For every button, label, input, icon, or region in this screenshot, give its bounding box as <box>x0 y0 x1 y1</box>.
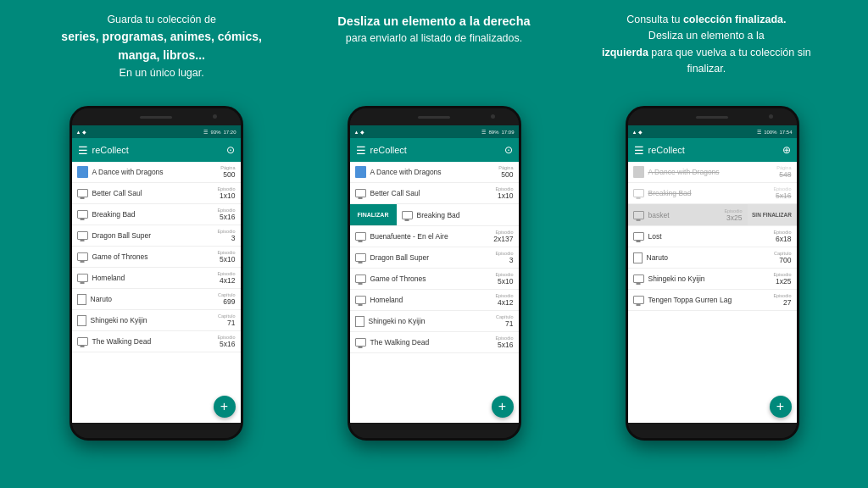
phone3-content: A Dance with Dragons Página548 Breaking … <box>628 162 797 423</box>
item-progress: Episodio4x12 <box>495 293 513 307</box>
phone2-status-right: ☰89%17:09 <box>481 129 514 135</box>
swipe-item-name: basket <box>648 211 725 219</box>
phone2-content: A Dance with Dragons Página500 Better Ca… <box>350 162 519 423</box>
phone2-header-left: ☰ reCollect <box>356 144 407 157</box>
tv-icon <box>633 296 644 304</box>
tv-icon <box>633 274 644 283</box>
item-name: Buenafuente - En el Aire <box>370 232 494 241</box>
tv-icon <box>77 274 88 282</box>
item-name: Shingeki no Kyijin <box>648 274 774 283</box>
panel1-text-line1: Guarda tu colección de <box>107 14 216 25</box>
item-progress: Episodio 5x10 <box>217 250 235 263</box>
tv-icon <box>402 211 413 219</box>
phone2-speaker <box>418 116 450 119</box>
phone1-app-title: reCollect <box>92 145 129 155</box>
phone3-item-5: Shingeki no Kyijin Episodio1x25 <box>628 269 797 290</box>
phone1-item-6: Naruto Capítulo 699 <box>72 289 241 310</box>
item-name: Tengen Toppa Gurren Lag <box>648 296 774 304</box>
item-progress: Episodio5x10 <box>495 272 513 286</box>
phone1-fab[interactable]: + <box>214 396 236 418</box>
item-name: Game of Thrones <box>92 252 218 261</box>
item-progress: Episodio5x16 <box>495 336 513 349</box>
item-progress: Episodio3 <box>495 251 513 264</box>
item-progress: Episodio1x25 <box>773 272 791 286</box>
item-progress: Episodio 5x16 <box>217 208 235 221</box>
item-progress: Episodio 5x16 <box>217 335 235 348</box>
phone2-item-3: Buenafuente - En el Aire Episodio2x137 <box>350 226 519 247</box>
panel2-text-line2: para enviarlo al listado de finalizados. <box>346 32 522 44</box>
item-name: Breaking Bad <box>648 189 774 197</box>
swipe-action-finalizar[interactable]: FINALIZAR <box>350 204 397 225</box>
tv-icon <box>633 232 644 241</box>
phone3-toggle-icon[interactable]: ⊕ <box>782 144 791 156</box>
item-name: The Walking Dead <box>92 337 218 346</box>
book-icon <box>633 166 644 178</box>
item-progress: Página 500 <box>220 165 235 179</box>
phone3-hamburger-icon[interactable]: ☰ <box>634 144 644 157</box>
phone2-item-0: A Dance with Dragons Página500 <box>350 162 519 183</box>
phone2-status-bar: ▲◆ ☰89%17:09 <box>350 125 519 138</box>
phone1-wrapper: ▲◆ ☰93%17:20 ☰ reCollect ⊙ <box>20 106 292 441</box>
comic-icon <box>633 252 643 263</box>
swipe-action-sin-finalizar[interactable]: SIN FINALIZAR <box>748 204 797 225</box>
phone2-hamburger-icon[interactable]: ☰ <box>356 144 366 157</box>
phone1-item-2: Breaking Bad Episodio 5x16 <box>72 204 241 225</box>
item-progress: Episodio 4x12 <box>217 271 235 285</box>
item-name: Better Call Saul <box>370 189 496 197</box>
phone2-item-7: Shingeki no Kyijin Capítulo71 <box>350 311 519 332</box>
phone3-speaker <box>696 116 728 119</box>
phone2-app-title: reCollect <box>370 145 407 155</box>
swipe-item-tv-icon: Breaking Bad <box>397 204 519 225</box>
phone2-item-8: The Walking Dead Episodio5x16 <box>350 332 519 353</box>
panel3-text-highlight2: izquierda <box>602 47 648 58</box>
phone3-top-bar <box>628 108 797 125</box>
phone1-bottom <box>72 423 241 438</box>
phone2-app-header: ☰ reCollect ⊙ <box>350 138 519 162</box>
phone3-item-0: A Dance with Dragons Página548 <box>628 162 797 183</box>
panel2-text-highlight: Desliza un elemento a la derecha <box>337 14 530 28</box>
comic-icon <box>77 315 86 326</box>
phone1-hamburger-icon[interactable]: ☰ <box>78 144 88 157</box>
tv-icon <box>355 253 366 262</box>
item-progress: Capítulo 71 <box>218 313 236 327</box>
item-name: Breaking Bad <box>92 210 218 219</box>
tv-icon <box>355 274 366 283</box>
comic-icon <box>77 294 86 305</box>
phone2-wrapper: ▲◆ ☰89%17:09 ☰ reCollect ⊙ A Dance with … <box>298 106 570 441</box>
phone1-content: A Dance with Dragons Página 500 Better C… <box>72 162 241 423</box>
phone1-toggle-icon[interactable]: ⊙ <box>226 144 235 156</box>
phone2-camera <box>491 114 495 119</box>
phone2-item-5: Game of Thrones Episodio5x10 <box>350 269 519 290</box>
phone2-item-6: Homeland Episodio4x12 <box>350 290 519 311</box>
phone2-status-left: ▲◆ <box>354 129 365 135</box>
phone3-fab[interactable]: + <box>770 396 792 418</box>
panel1-text: Guarda tu colección de series, programas… <box>43 12 281 81</box>
comic-icon <box>355 316 364 327</box>
tv-icon <box>355 232 366 241</box>
item-name: Dragon Ball Super <box>92 231 218 240</box>
item-name: Homeland <box>370 296 496 304</box>
panel1-text-highlight: series, programas, animes, cómics, manga… <box>61 30 262 62</box>
tv-icon <box>355 189 366 197</box>
item-progress: Episodio6x18 <box>773 230 791 243</box>
phone3-item-1: Breaking Bad Episodio5x16 <box>628 183 797 204</box>
phones-section: ▲◆ ☰93%17:20 ☰ reCollect ⊙ <box>0 106 868 441</box>
phone1-item-8: The Walking Dead Episodio 5x16 <box>72 331 241 352</box>
phone1-status-left: ▲◆ <box>76 129 87 135</box>
tv-icon <box>355 296 366 304</box>
item-progress: Episodio3x25 <box>724 208 742 222</box>
phone2-toggle-icon[interactable]: ⊙ <box>504 144 513 156</box>
tv-icon <box>77 210 88 219</box>
phone3-wrapper: ▲◆ ☰100%17:54 ☰ reCollect ⊕ A Dance with… <box>576 106 848 441</box>
phone3: ▲◆ ☰100%17:54 ☰ reCollect ⊕ A Dance with… <box>626 106 799 441</box>
phone3-header-left: ☰ reCollect <box>634 144 685 157</box>
phone3-status-right: ☰100%17:54 <box>757 129 792 135</box>
phone2-fab[interactable]: + <box>492 396 514 418</box>
phone2-swipe-row: FINALIZAR Breaking Bad <box>350 204 519 226</box>
phone1-top-bar <box>72 108 241 125</box>
panel3-text-line2: Desliza un elemento a la <box>648 30 765 42</box>
phone3-swipe-row: basket Episodio3x25 SIN FINALIZAR <box>628 204 797 226</box>
phone2-item-1: Better Call Saul Episodio1x10 <box>350 183 519 204</box>
tv-icon <box>77 231 88 240</box>
phone3-item-3: Lost Episodio6x18 <box>628 226 797 247</box>
